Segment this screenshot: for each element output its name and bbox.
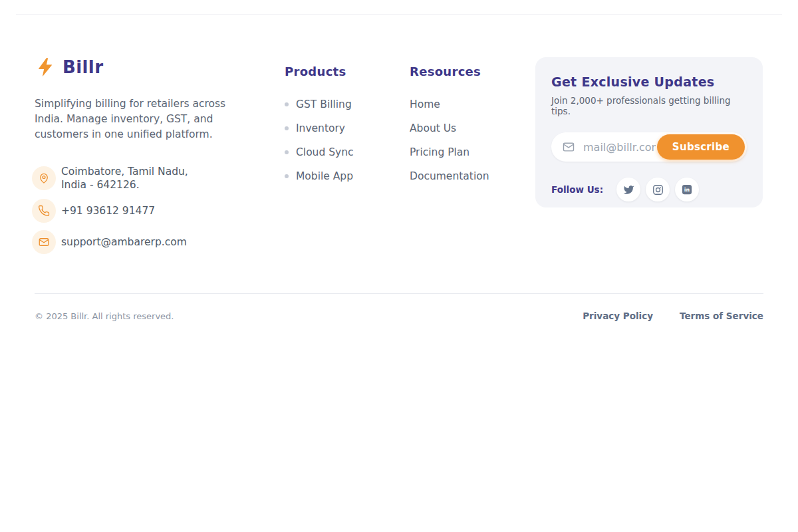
bullet-dot [285,174,289,178]
link-gst-billing[interactable]: GST Billing [296,98,352,110]
link-cloud-sync[interactable]: Cloud Sync [296,146,354,158]
link-documentation[interactable]: Documentation [410,170,489,182]
subscribe-button[interactable]: Subscribe [657,134,745,160]
link-mobile-app[interactable]: Mobile App [296,170,353,182]
twitter-icon [623,184,634,196]
mail-icon [562,140,575,154]
linkedin-icon: in [681,184,693,196]
column-title-resources: Resources [410,65,535,78]
link-inventory[interactable]: Inventory [296,122,345,134]
copyright-text: © 2025 Billr. All rights reserved. [35,311,174,321]
list-item: Documentation [410,170,535,183]
linkedin-button[interactable]: in [675,178,699,201]
bullet-dot [285,102,289,106]
contact-email-text: support@ambarerp.com [61,235,187,249]
mail-icon [32,230,56,254]
list-item: Cloud Sync [285,146,410,159]
instagram-button[interactable] [646,178,670,201]
social-row: Follow Us: in [551,178,747,201]
column-title-products: Products [285,65,410,78]
follow-us-label: Follow Us: [551,184,603,195]
list-item: Inventory [285,122,410,135]
brand-name: Billr [63,57,103,77]
subscribe-form: Subscribe [551,132,747,162]
brand-tagline: Simplifying billing for retailers across… [35,96,244,142]
footer: Billr Simplifying billing for retailers … [35,15,763,321]
brand-logo[interactable]: Billr [35,57,269,78]
newsletter-subtitle: Join 2,000+ professionals getting billin… [551,95,747,116]
instagram-icon [652,184,664,196]
brand-column: Billr Simplifying billing for retailers … [35,57,269,254]
svg-text:in: in [684,187,690,193]
legal-links: Privacy Policy Terms of Service [583,311,763,321]
newsletter-title: Get Exclusive Updates [551,74,747,89]
link-pricing-plan[interactable]: Pricing Plan [410,146,469,158]
products-link-list: GST Billing Inventory Cloud Sync Mobile … [285,98,410,183]
link-home[interactable]: Home [410,98,440,110]
contact-email: support@ambarerp.com [32,230,269,254]
phone-icon [32,199,56,223]
contact-address: Coimbatore, Tamil Nadu, India - 642126. [32,165,269,192]
list-item: About Us [410,122,535,135]
resources-link-list: Home About Us Pricing Plan Documentation [410,98,535,183]
contact-phone-text: +91 93612 91477 [61,204,155,217]
footer-bottom-bar: © 2025 Billr. All rights reserved. Priva… [35,294,763,321]
lightning-bolt-icon [35,57,56,78]
footer-column-resources: Resources Home About Us Pricing Plan Doc… [410,57,535,254]
list-item: Mobile App [285,170,410,183]
bullet-dot [285,126,289,130]
list-item: Home [410,98,535,111]
footer-column-products: Products GST Billing Inventory Cloud Syn… [285,57,410,254]
email-input[interactable] [582,140,657,154]
list-item: GST Billing [285,98,410,111]
map-pin-icon [32,166,56,190]
terms-of-service-link[interactable]: Terms of Service [680,311,763,321]
twitter-button[interactable] [616,178,640,201]
contact-phone: +91 93612 91477 [32,199,269,223]
contact-address-text: Coimbatore, Tamil Nadu, India - 642126. [61,165,188,192]
list-item: Pricing Plan [410,146,535,159]
newsletter-card: Get Exclusive Updates Join 2,000+ profes… [535,57,763,207]
footer-main: Billr Simplifying billing for retailers … [35,15,763,254]
privacy-policy-link[interactable]: Privacy Policy [583,311,653,321]
bullet-dot [285,150,289,154]
contact-list: Coimbatore, Tamil Nadu, India - 642126. … [32,165,269,254]
link-about-us[interactable]: About Us [410,122,456,134]
